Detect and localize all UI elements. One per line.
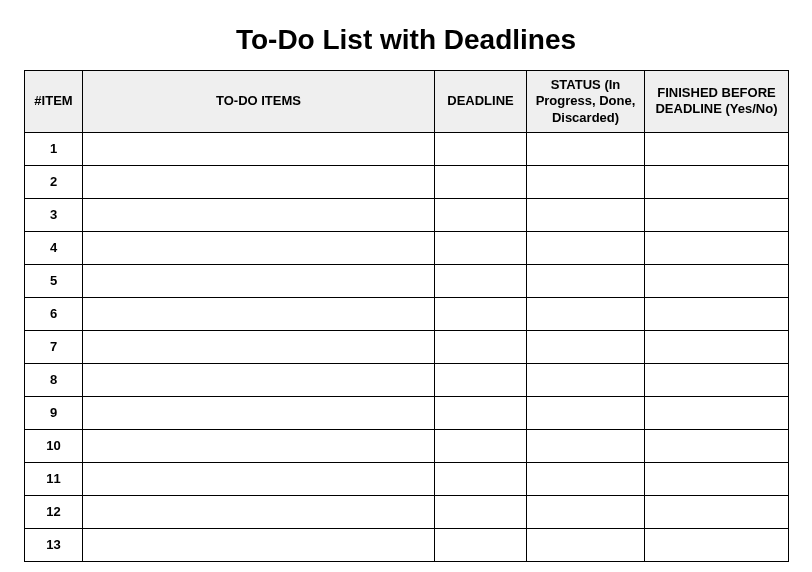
cell-status <box>527 198 645 231</box>
table-row: 2 <box>25 165 789 198</box>
cell-finished <box>645 132 789 165</box>
cell-item-number: 7 <box>25 330 83 363</box>
cell-todo <box>83 297 435 330</box>
cell-finished <box>645 429 789 462</box>
cell-finished <box>645 198 789 231</box>
table-row: 11 <box>25 462 789 495</box>
cell-item-number: 8 <box>25 363 83 396</box>
cell-item-number: 6 <box>25 297 83 330</box>
cell-todo <box>83 132 435 165</box>
cell-deadline <box>435 396 527 429</box>
cell-deadline <box>435 495 527 528</box>
cell-finished <box>645 264 789 297</box>
col-finished: FINISHED BEFORE DEADLINE (Yes/No) <box>645 71 789 133</box>
cell-todo <box>83 462 435 495</box>
cell-status <box>527 429 645 462</box>
cell-status <box>527 528 645 561</box>
table-row: 4 <box>25 231 789 264</box>
cell-todo <box>83 165 435 198</box>
cell-todo <box>83 528 435 561</box>
table-body: 12345678910111213 <box>25 132 789 561</box>
cell-todo <box>83 396 435 429</box>
table-row: 13 <box>25 528 789 561</box>
table-row: 7 <box>25 330 789 363</box>
cell-status <box>527 132 645 165</box>
cell-finished <box>645 396 789 429</box>
cell-deadline <box>435 330 527 363</box>
table-row: 10 <box>25 429 789 462</box>
cell-finished <box>645 231 789 264</box>
cell-status <box>527 495 645 528</box>
cell-finished <box>645 462 789 495</box>
table-row: 12 <box>25 495 789 528</box>
cell-finished <box>645 165 789 198</box>
cell-status <box>527 396 645 429</box>
cell-item-number: 2 <box>25 165 83 198</box>
cell-item-number: 12 <box>25 495 83 528</box>
cell-item-number: 3 <box>25 198 83 231</box>
cell-todo <box>83 363 435 396</box>
todo-table: #ITEM TO-DO ITEMS DEADLINE STATUS (In Pr… <box>24 70 789 562</box>
cell-todo <box>83 495 435 528</box>
cell-deadline <box>435 165 527 198</box>
cell-finished <box>645 297 789 330</box>
cell-item-number: 11 <box>25 462 83 495</box>
cell-status <box>527 462 645 495</box>
cell-deadline <box>435 231 527 264</box>
cell-item-number: 13 <box>25 528 83 561</box>
cell-status <box>527 363 645 396</box>
document-page: To-Do List with Deadlines #ITEM TO-DO IT… <box>0 0 812 562</box>
table-row: 6 <box>25 297 789 330</box>
cell-todo <box>83 198 435 231</box>
cell-finished <box>645 363 789 396</box>
table-row: 9 <box>25 396 789 429</box>
col-deadline: DEADLINE <box>435 71 527 133</box>
col-todo: TO-DO ITEMS <box>83 71 435 133</box>
cell-todo <box>83 429 435 462</box>
cell-status <box>527 165 645 198</box>
cell-finished <box>645 495 789 528</box>
cell-deadline <box>435 429 527 462</box>
col-status: STATUS (In Progress, Done, Discarded) <box>527 71 645 133</box>
cell-item-number: 9 <box>25 396 83 429</box>
cell-deadline <box>435 198 527 231</box>
cell-deadline <box>435 264 527 297</box>
cell-todo <box>83 330 435 363</box>
table-row: 3 <box>25 198 789 231</box>
cell-item-number: 1 <box>25 132 83 165</box>
cell-item-number: 4 <box>25 231 83 264</box>
cell-todo <box>83 264 435 297</box>
cell-status <box>527 330 645 363</box>
table-row: 8 <box>25 363 789 396</box>
cell-deadline <box>435 528 527 561</box>
cell-deadline <box>435 462 527 495</box>
cell-deadline <box>435 297 527 330</box>
cell-status <box>527 231 645 264</box>
cell-deadline <box>435 363 527 396</box>
table-row: 5 <box>25 264 789 297</box>
cell-finished <box>645 330 789 363</box>
cell-deadline <box>435 132 527 165</box>
cell-todo <box>83 231 435 264</box>
cell-item-number: 5 <box>25 264 83 297</box>
cell-item-number: 10 <box>25 429 83 462</box>
table-row: 1 <box>25 132 789 165</box>
cell-status <box>527 297 645 330</box>
table-header: #ITEM TO-DO ITEMS DEADLINE STATUS (In Pr… <box>25 71 789 133</box>
page-title: To-Do List with Deadlines <box>24 24 788 56</box>
cell-status <box>527 264 645 297</box>
cell-finished <box>645 528 789 561</box>
col-item: #ITEM <box>25 71 83 133</box>
